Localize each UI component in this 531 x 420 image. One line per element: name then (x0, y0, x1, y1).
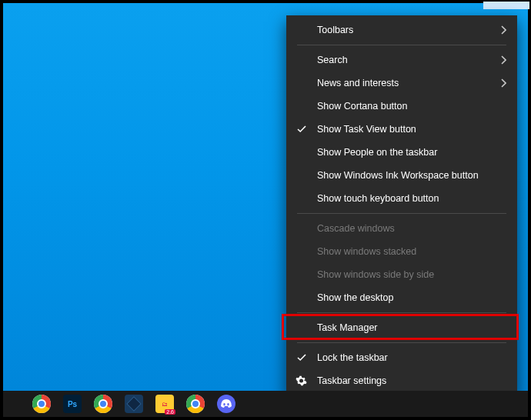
menu-item-show-people[interactable]: Show People on the taskbar (286, 141, 517, 164)
menu-item-label: Taskbar settings (317, 375, 386, 386)
chrome-2-icon[interactable] (186, 395, 205, 413)
menu-item-show-cortana[interactable]: Show Cortana button (286, 95, 517, 118)
menu-item-cascade: Cascade windows (286, 217, 517, 240)
menu-item-label: Show People on the taskbar (317, 147, 437, 158)
menu-item-label: News and interests (317, 78, 399, 88)
menu-item-label: Task Manager (317, 322, 378, 333)
menu-separator (297, 342, 506, 343)
menu-item-label: Show the desktop (317, 292, 393, 303)
photoshop-label: Ps (68, 400, 77, 408)
menu-item-toolbars[interactable]: Toolbars (286, 18, 517, 42)
menu-item-taskbar-settings[interactable]: Taskbar settings (286, 369, 517, 392)
chevron-right-icon (500, 25, 506, 35)
check-icon (297, 353, 306, 362)
menu-item-label: Show touch keyboard button (317, 193, 439, 204)
menu-separator (297, 213, 506, 214)
discord-icon[interactable] (217, 395, 235, 413)
desktop[interactable]: ToolbarsSearchNews and interestsShow Cor… (3, 3, 528, 417)
chevron-right-icon (500, 78, 506, 88)
menu-separator (297, 312, 506, 313)
menu-item-label: Show Task View button (317, 124, 416, 135)
menu-item-show-taskview[interactable]: Show Task View button (286, 118, 517, 141)
menu-item-stacked: Show windows stacked (286, 240, 517, 263)
filemanager-badge: 2.6 (165, 409, 175, 415)
photoshop-icon[interactable]: Ps (63, 395, 82, 413)
chevron-right-icon (500, 55, 506, 65)
menu-separator (297, 45, 506, 45)
chrome-canary-icon[interactable] (94, 395, 112, 413)
menu-item-show-touchkb[interactable]: Show touch keyboard button (286, 187, 517, 210)
menu-item-label: Lock the taskbar (317, 352, 388, 363)
menu-item-label: Show Cortana button (317, 101, 407, 112)
menu-item-search[interactable]: Search (286, 48, 517, 72)
menu-item-label: Search (317, 55, 348, 65)
check-icon (297, 125, 306, 134)
menu-item-label: Show windows side by side (317, 269, 434, 280)
gear-icon (296, 375, 307, 387)
taskbar-context-menu: ToolbarsSearchNews and interestsShow Cor… (286, 15, 517, 395)
background-window-edge (483, 2, 529, 9)
virtualbox-icon[interactable] (125, 395, 143, 413)
taskbar[interactable]: Ps 🗂2.6 (3, 391, 528, 417)
menu-item-label: Toolbars (317, 25, 353, 35)
menu-item-label: Cascade windows (317, 223, 395, 234)
filemanager-icon[interactable]: 🗂2.6 (155, 395, 174, 413)
menu-item-label: Show windows stacked (317, 246, 416, 257)
menu-item-sidebyside: Show windows side by side (286, 263, 517, 286)
menu-item-news[interactable]: News and interests (286, 72, 517, 95)
menu-item-lock-taskbar[interactable]: Lock the taskbar (286, 346, 517, 369)
menu-item-task-manager[interactable]: Task Manager (286, 316, 517, 339)
menu-item-show-ink[interactable]: Show Windows Ink Workspace button (286, 164, 517, 187)
chrome-icon[interactable] (32, 395, 51, 413)
menu-item-label: Show Windows Ink Workspace button (317, 170, 479, 181)
menu-item-show-desktop[interactable]: Show the desktop (286, 286, 517, 309)
screenshot-frame: ToolbarsSearchNews and interestsShow Cor… (0, 0, 531, 420)
